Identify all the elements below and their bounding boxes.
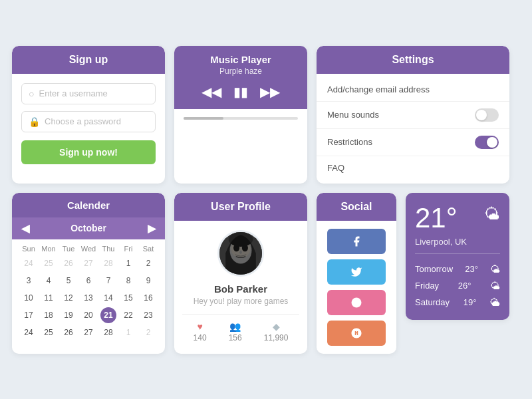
cal-cell[interactable]: 9 <box>140 273 156 289</box>
calendar-card: Calender ◀ October ▶ Sun Mon Tue Wed Thu… <box>12 193 165 354</box>
avatar <box>217 230 264 277</box>
cal-cell[interactable]: 24 <box>21 325 37 340</box>
rewind-button[interactable]: ◀◀ <box>201 84 221 100</box>
music-controls: ◀◀ ▮▮ ▶▶ <box>181 84 301 100</box>
settings-row-restrictions: Restrictions <box>317 129 509 156</box>
cal-cell[interactable]: 2 <box>140 325 156 340</box>
calendar-title: Calender <box>12 193 165 217</box>
toggle-sounds[interactable] <box>475 108 499 122</box>
social-title: Social <box>317 193 396 221</box>
cal-cell[interactable]: 8 <box>120 273 136 289</box>
music-track: Purple haze <box>181 66 301 76</box>
cal-cell[interactable]: 25 <box>41 255 57 271</box>
avatar-image <box>219 232 262 275</box>
cal-cell[interactable]: 5 <box>61 273 76 289</box>
user-stat-hearts: ♥ 140 <box>194 321 207 342</box>
svg-point-7 <box>352 297 362 307</box>
signup-title: Sign up <box>12 46 165 74</box>
cal-cell-today[interactable]: 21 <box>100 307 116 323</box>
cal-cell[interactable]: 27 <box>80 255 96 271</box>
twitter-button[interactable] <box>327 259 386 285</box>
toggle-restrictions[interactable] <box>475 136 499 149</box>
settings-row-sounds: Menu sounds <box>317 102 509 129</box>
people-icon: 👥 <box>229 321 242 332</box>
hearts-count: 140 <box>194 333 207 342</box>
weather-temp-saturday: 19° <box>464 297 477 307</box>
signup-button[interactable]: Sign up now! <box>21 140 156 164</box>
signup-card: Sign up ○ Enter a username 🔒 Choose a pa… <box>12 46 165 184</box>
cal-cell[interactable]: 4 <box>41 273 57 289</box>
cal-cell[interactable]: 17 <box>21 307 37 323</box>
calendar-month: October <box>70 223 106 233</box>
cal-cell[interactable]: 14 <box>100 290 116 306</box>
settings-label-email: Add/change email address <box>327 84 430 94</box>
cal-cell[interactable]: 24 <box>21 255 37 271</box>
cal-cell[interactable]: 10 <box>21 290 37 306</box>
settings-label-sounds: Menu sounds <box>327 110 379 120</box>
cal-cell[interactable]: 28 <box>100 325 116 340</box>
progress-bar-fill <box>184 117 223 120</box>
cal-cell[interactable]: 6 <box>80 273 96 289</box>
settings-title: Settings <box>317 46 509 74</box>
password-field[interactable]: 🔒 Choose a password <box>21 111 156 132</box>
user-profile-card: User Profile <box>174 193 307 354</box>
weather-row-saturday: Saturday 19° 🌥 <box>415 294 500 311</box>
calendar-next-button[interactable]: ▶ <box>148 222 156 235</box>
lock-icon: 🔒 <box>29 116 40 127</box>
cal-cell[interactable]: 7 <box>100 273 116 289</box>
cal-cell[interactable]: 13 <box>80 290 96 306</box>
stumbleupon-button[interactable] <box>327 321 386 346</box>
calendar-days-header: Sun Mon Tue Wed Thu Fri Sat <box>19 245 158 253</box>
facebook-button[interactable] <box>327 229 386 254</box>
user-stat-score: ◆ 11,990 <box>264 321 289 342</box>
weather-day-friday: Friday <box>415 281 439 291</box>
username-field[interactable]: ○ Enter a username <box>21 83 156 104</box>
cal-cell[interactable]: 3 <box>21 273 37 289</box>
cal-cell[interactable]: 27 <box>80 325 96 340</box>
user-icon: ○ <box>29 88 34 99</box>
cal-cell[interactable]: 1 <box>120 325 136 340</box>
settings-label-restrictions: Restrictions <box>327 137 372 147</box>
followers-count: 156 <box>229 333 242 342</box>
music-title: Music Player <box>181 54 301 65</box>
settings-row-email: Add/change email address <box>317 78 509 102</box>
pause-button[interactable]: ▮▮ <box>233 84 248 100</box>
cal-cell[interactable]: 19 <box>61 307 76 323</box>
calendar-month-row: ◀ October ▶ <box>12 217 165 239</box>
weather-card: 21° 🌤 Liverpool, UK Tomorrow 23° 🌤 Frida… <box>406 193 509 320</box>
cal-cell[interactable]: 12 <box>61 290 76 306</box>
music-header: Music Player Purple haze ◀◀ ▮▮ ▶▶ <box>174 46 307 109</box>
user-stats: ♥ 140 👥 156 ◆ 11,990 <box>182 314 299 342</box>
calendar-prev-button[interactable]: ◀ <box>21 222 29 235</box>
weather-day-tomorrow: Tomorrow <box>415 264 453 274</box>
cal-cell[interactable]: 2 <box>140 255 156 271</box>
cal-cell[interactable]: 16 <box>140 290 156 306</box>
settings-row-faq: FAQ <box>317 156 509 180</box>
cal-cell[interactable]: 1 <box>120 255 136 271</box>
cal-cell[interactable]: 25 <box>41 325 57 340</box>
cal-cell[interactable]: 18 <box>41 307 57 323</box>
forward-button[interactable]: ▶▶ <box>260 84 280 100</box>
weather-temp-friday: 26° <box>458 281 471 291</box>
cal-cell[interactable]: 23 <box>140 307 156 323</box>
calendar-body: Sun Mon Tue Wed Thu Fri Sat 24 25 26 27 … <box>12 239 165 347</box>
toggle-knob-sounds <box>476 110 487 120</box>
cal-cell[interactable]: 20 <box>80 307 96 323</box>
weather-row-friday: Friday 26° 🌤 <box>415 277 500 294</box>
cal-cell[interactable]: 11 <box>41 290 57 306</box>
cal-cell[interactable]: 26 <box>61 255 76 271</box>
weather-icon-friday: 🌤 <box>490 280 500 291</box>
weather-day-saturday: Saturday <box>415 297 450 307</box>
progress-bar-bg[interactable] <box>184 117 298 120</box>
settings-card: Settings Add/change email address Menu s… <box>317 46 509 184</box>
cal-cell[interactable]: 28 <box>100 255 116 271</box>
weather-icon-tomorrow: 🌤 <box>490 263 500 275</box>
social-card: Social <box>317 193 396 354</box>
cal-cell[interactable]: 22 <box>120 307 136 323</box>
weather-main-icon: 🌤 <box>484 205 500 223</box>
dribbble-button[interactable] <box>327 290 386 315</box>
cal-cell[interactable]: 15 <box>120 290 136 306</box>
weather-temp: 21° <box>415 202 458 234</box>
cal-cell[interactable]: 26 <box>61 325 76 340</box>
settings-body: Add/change email address Menu sounds Res… <box>317 74 509 184</box>
